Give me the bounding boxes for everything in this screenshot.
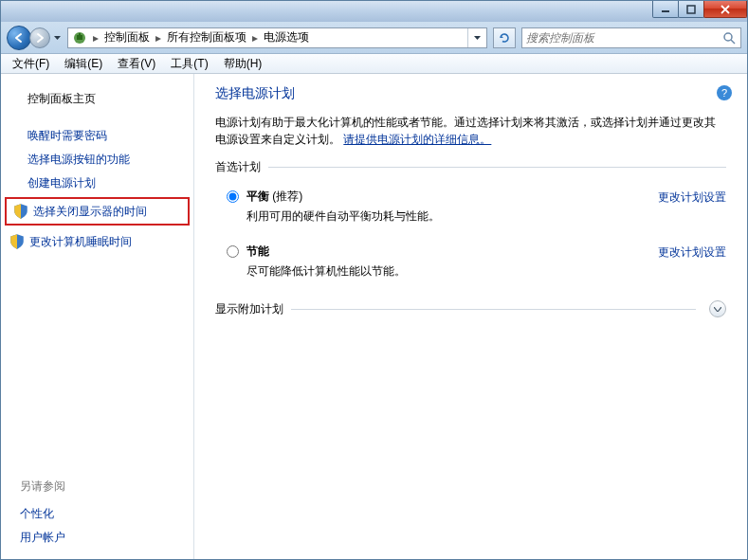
- sidebar-link-display-off[interactable]: 选择关闭显示器的时间: [33, 204, 147, 220]
- menu-edit[interactable]: 编辑(E): [57, 54, 110, 74]
- section-label: 首选计划: [215, 159, 261, 175]
- menu-file[interactable]: 文件(F): [5, 54, 57, 74]
- plan-balanced-change-link[interactable]: 更改计划设置: [658, 190, 726, 206]
- menu-bar: 文件(F) 编辑(E) 查看(V) 工具(T) 帮助(H): [1, 54, 747, 74]
- section-preferred-plans: 首选计划: [215, 159, 726, 175]
- refresh-icon: [498, 31, 511, 45]
- expand-additional-button[interactable]: [709, 300, 726, 317]
- address-bar[interactable]: ▸ 控制面板 ▸ 所有控制面板项 ▸ 电源选项: [67, 27, 487, 48]
- chevron-down-icon: [714, 307, 721, 312]
- content-pane: ? 选择电源计划 电源计划有助于最大化计算机的性能或者节能。通过选择计划来将其激…: [194, 74, 747, 559]
- section-label: 显示附加计划: [215, 301, 283, 317]
- chevron-down-icon: [54, 36, 61, 40]
- chevron-down-icon: [474, 36, 481, 40]
- separator-line: [268, 167, 726, 168]
- see-also-header: 另请参阅: [20, 479, 184, 495]
- svg-rect-1: [687, 6, 695, 13]
- svg-rect-4: [79, 33, 81, 36]
- separator-line: [291, 309, 696, 310]
- sidebar: 控制面板主页 唤醒时需要密码 选择电源按钮的功能 创建电源计划 选择关闭显示器的…: [1, 74, 194, 559]
- navigation-bar: ▸ 控制面板 ▸ 所有控制面板项 ▸ 电源选项: [1, 22, 747, 54]
- menu-tools[interactable]: 工具(T): [163, 54, 215, 74]
- nav-history-dropdown[interactable]: [50, 27, 64, 48]
- breadcrumb-power-options[interactable]: 电源选项: [260, 29, 313, 45]
- menu-help[interactable]: 帮助(H): [216, 54, 270, 74]
- maximize-button[interactable]: [678, 1, 704, 18]
- sidebar-home[interactable]: 控制面板主页: [1, 87, 193, 111]
- plan-power-saver-radio[interactable]: [227, 245, 239, 258]
- arrow-right-icon: [34, 32, 46, 44]
- plan-rec: (推荐): [269, 190, 302, 203]
- close-icon: [720, 5, 731, 14]
- breadcrumb-separator: ▸: [154, 31, 163, 45]
- minimize-icon: [661, 5, 670, 14]
- close-button[interactable]: [703, 1, 747, 18]
- address-dropdown[interactable]: [467, 28, 486, 47]
- power-options-icon: [70, 28, 89, 47]
- title-bar: [1, 1, 747, 22]
- breadcrumb-separator: ▸: [91, 31, 100, 45]
- plan-desc: 利用可用的硬件自动平衡功耗与性能。: [246, 208, 639, 225]
- sidebar-see-also: 另请参阅 个性化 用户帐户: [1, 471, 193, 550]
- help-icon: ?: [715, 83, 734, 102]
- desc-link[interactable]: 请提供电源计划的详细信息。: [343, 133, 491, 146]
- arrow-left-icon: [13, 32, 25, 44]
- refresh-button[interactable]: [493, 27, 516, 48]
- svg-text:?: ?: [721, 87, 727, 99]
- svg-point-5: [724, 33, 732, 41]
- main-area: 控制面板主页 唤醒时需要密码 选择电源按钮的功能 创建电源计划 选择关闭显示器的…: [1, 74, 747, 559]
- plan-power-saver-change-link[interactable]: 更改计划设置: [658, 244, 726, 261]
- svg-line-6: [731, 40, 735, 44]
- search-icon[interactable]: [721, 30, 737, 45]
- section-additional-plans: 显示附加计划: [215, 300, 726, 317]
- sidebar-link-sleep[interactable]: 更改计算机睡眠时间: [29, 234, 132, 250]
- minimize-button[interactable]: [652, 1, 679, 18]
- sidebar-link-power-buttons[interactable]: 选择电源按钮的功能: [1, 148, 193, 172]
- sidebar-link-create-plan[interactable]: 创建电源计划: [1, 172, 193, 195]
- back-button[interactable]: [7, 26, 31, 50]
- svg-rect-0: [662, 10, 669, 12]
- help-button[interactable]: ?: [715, 83, 734, 102]
- see-also-user-accounts[interactable]: 用户帐户: [20, 526, 184, 550]
- maximize-icon: [686, 5, 696, 14]
- plan-desc: 尽可能降低计算机性能以节能。: [246, 263, 639, 280]
- plan-power-saver: 节能 尽可能降低计算机性能以节能。 更改计划设置: [215, 240, 726, 283]
- plan-name: 节能: [246, 244, 269, 258]
- plan-balanced: 平衡 (推荐) 利用可用的硬件自动平衡功耗与性能。 更改计划设置: [215, 185, 726, 228]
- page-description: 电源计划有助于最大化计算机的性能或者节能。通过选择计划来将其激活，或选择计划并通…: [215, 114, 726, 148]
- breadcrumb-separator: ▸: [250, 31, 260, 45]
- sidebar-link-wake-password[interactable]: 唤醒时需要密码: [1, 124, 193, 148]
- menu-view[interactable]: 查看(V): [110, 54, 163, 74]
- plan-balanced-radio[interactable]: [227, 190, 239, 203]
- page-title: 选择电源计划: [215, 85, 726, 102]
- forward-button[interactable]: [29, 27, 50, 48]
- breadcrumb-control-panel[interactable]: 控制面板: [100, 29, 154, 45]
- search-input[interactable]: [526, 31, 721, 45]
- sidebar-highlight-box: 选择关闭显示器的时间: [5, 197, 190, 226]
- plan-name: 平衡: [246, 190, 269, 203]
- breadcrumb-all-items[interactable]: 所有控制面板项: [163, 29, 250, 45]
- search-box[interactable]: [521, 27, 741, 48]
- see-also-personalization[interactable]: 个性化: [20, 502, 184, 526]
- shield-icon: [9, 233, 26, 250]
- shield-icon: [12, 203, 29, 220]
